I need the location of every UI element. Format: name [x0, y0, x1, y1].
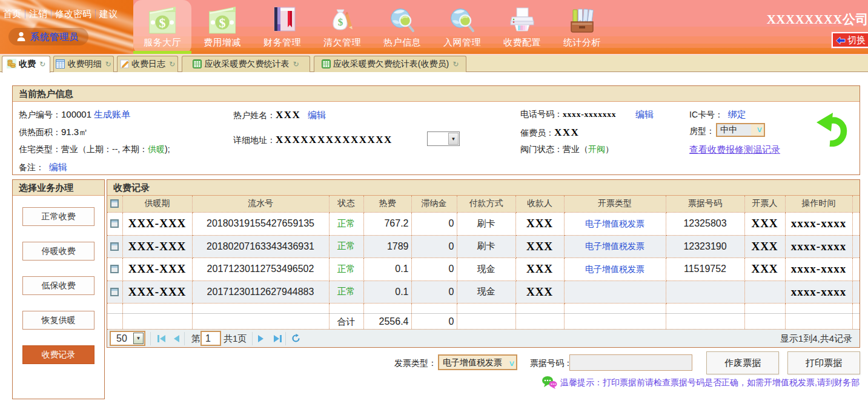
svg-text:$: $	[219, 15, 226, 30]
svg-text:$: $	[338, 16, 343, 28]
svg-text:$: $	[159, 15, 166, 30]
